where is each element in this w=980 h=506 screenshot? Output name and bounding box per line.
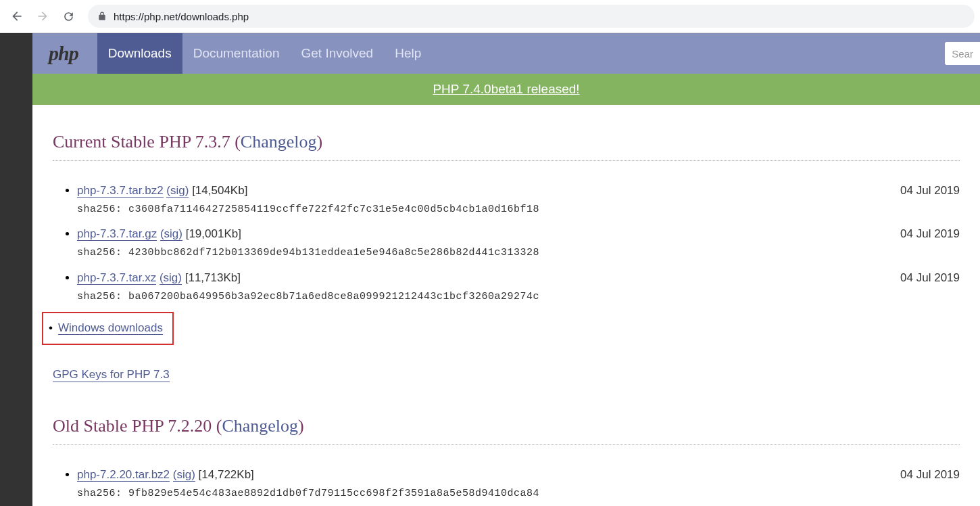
signature-link[interactable]: (sig) — [166, 184, 189, 198]
download-file-link[interactable]: php-7.3.7.tar.bz2 — [77, 184, 164, 198]
sha256-hash: sha256: c3608fa7114642725854119ccffe722f… — [77, 201, 960, 218]
download-file-link[interactable]: php-7.2.20.tar.bz2 — [77, 468, 170, 482]
nav-downloads[interactable]: Downloads — [97, 33, 182, 74]
file-size: [14,504Kb] — [192, 184, 247, 197]
file-size: [14,722Kb] — [199, 468, 254, 481]
windows-downloads-link[interactable]: Windows downloads — [58, 321, 163, 335]
url-text: https://php.net/downloads.php — [114, 11, 249, 22]
nav-get-involved[interactable]: Get Involved — [290, 33, 384, 74]
release-date: 04 Jul 2019 — [900, 465, 960, 485]
lock-icon — [97, 12, 107, 21]
release-date: 04 Jul 2019 — [900, 269, 960, 288]
main-nav: php Downloads Documentation Get Involved… — [32, 33, 980, 74]
nav-help[interactable]: Help — [384, 33, 432, 74]
downloads-list: php-7.2.20.tar.bz2 (sig) [14,722Kb] 04 J… — [53, 465, 960, 502]
changelog-link[interactable]: Changelog — [222, 416, 298, 436]
download-file-link[interactable]: php-7.3.7.tar.xz — [77, 271, 156, 285]
signature-link[interactable]: (sig) — [160, 227, 182, 241]
highlight-box: •Windows downloads — [42, 312, 174, 345]
download-item: php-7.2.20.tar.bz2 (sig) [14,722Kb] 04 J… — [77, 465, 960, 502]
signature-link[interactable]: (sig) — [173, 468, 195, 482]
windows-downloads-item: •Windows downloads — [53, 312, 960, 345]
address-bar[interactable]: https://php.net/downloads.php — [88, 5, 975, 28]
release-date: 04 Jul 2019 — [900, 181, 960, 201]
file-size: [19,001Kb] — [186, 227, 241, 240]
back-button[interactable] — [5, 5, 28, 28]
file-size: [11,713Kb] — [185, 271, 241, 284]
sha256-hash: sha256: 9fb829e54e54c483ae8892d1db0f7d79… — [77, 485, 960, 503]
banner-link[interactable]: PHP 7.4.0beta1 released! — [433, 82, 579, 96]
search-input[interactable]: Sear — [945, 42, 980, 65]
changelog-link[interactable]: Changelog — [241, 132, 317, 152]
section-title-old: Old Stable PHP 7.2.20 (Changelog) — [53, 416, 960, 445]
downloads-list: php-7.3.7.tar.bz2 (sig) [14,504Kb] 04 Ju… — [53, 181, 960, 345]
reload-button[interactable] — [57, 5, 80, 28]
php-logo[interactable]: php — [32, 42, 97, 65]
announcement-banner: PHP 7.4.0beta1 released! — [32, 74, 980, 105]
release-date: 04 Jul 2019 — [900, 225, 960, 244]
download-item: php-7.3.7.tar.bz2 (sig) [14,504Kb] 04 Ju… — [77, 181, 960, 218]
sha256-hash: sha256: ba067200ba649956b3a92ec8b71a6ed8… — [77, 288, 960, 306]
gpg-keys-link[interactable]: GPG Keys for PHP 7.3 — [53, 368, 170, 382]
forward-button[interactable] — [31, 5, 54, 28]
signature-link[interactable]: (sig) — [160, 271, 182, 285]
sha256-hash: sha256: 4230bbc862df712b013369de94b131ed… — [77, 244, 960, 262]
download-file-link[interactable]: php-7.3.7.tar.gz — [77, 227, 157, 241]
browser-toolbar: https://php.net/downloads.php — [0, 0, 980, 33]
nav-documentation[interactable]: Documentation — [182, 33, 291, 74]
download-item: php-7.3.7.tar.gz (sig) [19,001Kb] 04 Jul… — [77, 225, 960, 261]
download-item: php-7.3.7.tar.xz (sig) [11,713Kb] 04 Jul… — [77, 269, 960, 305]
left-gutter — [0, 33, 32, 506]
section-title-current: Current Stable PHP 7.3.7 (Changelog) — [53, 132, 960, 161]
